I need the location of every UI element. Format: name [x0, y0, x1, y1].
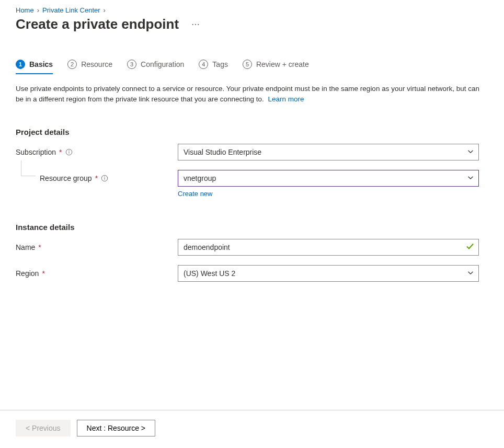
required-indicator: * [42, 269, 44, 278]
subscription-label: Subscription [16, 148, 56, 156]
tab-label: Review + create [256, 60, 309, 68]
name-label: Name [16, 243, 35, 251]
tab-description: Use private endpoints to privately conne… [16, 84, 481, 105]
chevron-down-icon [467, 148, 474, 157]
resource-group-select[interactable]: vnetgroup [178, 170, 479, 187]
tab-label: Basics [29, 60, 53, 68]
tab-review-create[interactable]: 5 Review + create [243, 56, 309, 74]
region-select[interactable]: (US) West US 2 [178, 265, 479, 282]
svg-point-2 [68, 151, 69, 151]
description-text: Use private endpoints to privately conne… [16, 85, 479, 103]
wizard-footer: < Previous Next : Resource > [0, 410, 504, 448]
chevron-right-icon: › [104, 6, 106, 14]
chevron-down-icon [467, 269, 474, 278]
region-label: Region [16, 269, 39, 278]
step-number: 3 [127, 60, 136, 69]
subscription-select[interactable]: Visual Studio Enterprise [178, 144, 479, 160]
ellipsis-icon: ⋯ [191, 20, 201, 29]
section-instance-details-heading: Instance details [16, 223, 488, 232]
breadcrumb-home[interactable]: Home [16, 6, 34, 14]
step-number: 4 [199, 60, 208, 69]
step-number: 5 [243, 60, 252, 69]
required-indicator: * [59, 148, 62, 156]
check-icon [466, 243, 474, 252]
tab-label: Resource [81, 60, 112, 68]
chevron-down-icon [467, 174, 474, 183]
next-button[interactable]: Next : Resource > [77, 420, 155, 436]
tab-label: Configuration [141, 60, 184, 68]
select-value: vnetgroup [184, 174, 216, 182]
info-icon[interactable] [65, 148, 73, 156]
tab-tags[interactable]: 4 Tags [199, 56, 228, 74]
info-icon[interactable] [101, 175, 108, 182]
previous-button: < Previous [16, 420, 71, 436]
tab-basics[interactable]: 1 Basics [16, 56, 53, 74]
chevron-right-icon: › [37, 6, 39, 14]
select-value: Visual Studio Enterprise [184, 148, 261, 156]
required-indicator: * [95, 174, 98, 182]
resource-group-label: Resource group [40, 174, 92, 182]
more-actions-button[interactable]: ⋯ [188, 17, 204, 31]
name-input[interactable]: demoendpoint [178, 239, 479, 256]
step-number: 2 [67, 60, 77, 69]
wizard-tabs: 1 Basics 2 Resource 3 Configuration 4 Ta… [16, 56, 488, 74]
tab-resource[interactable]: 2 Resource [67, 56, 112, 74]
breadcrumb: Home › Private Link Center › [16, 6, 488, 14]
svg-point-5 [105, 177, 105, 177]
input-value: demoendpoint [184, 243, 230, 251]
create-new-resource-group-link[interactable]: Create new [178, 190, 212, 198]
tab-label: Tags [212, 60, 228, 68]
tab-configuration[interactable]: 3 Configuration [127, 56, 184, 74]
required-indicator: * [38, 243, 41, 251]
learn-more-link[interactable]: Learn more [268, 95, 304, 103]
select-value: (US) West US 2 [184, 269, 235, 278]
breadcrumb-private-link-center[interactable]: Private Link Center [42, 6, 100, 14]
page-title: Create a private endpoint [16, 16, 179, 32]
tree-connector-icon [21, 160, 36, 176]
step-number: 1 [16, 60, 25, 69]
section-project-details-heading: Project details [16, 128, 488, 136]
